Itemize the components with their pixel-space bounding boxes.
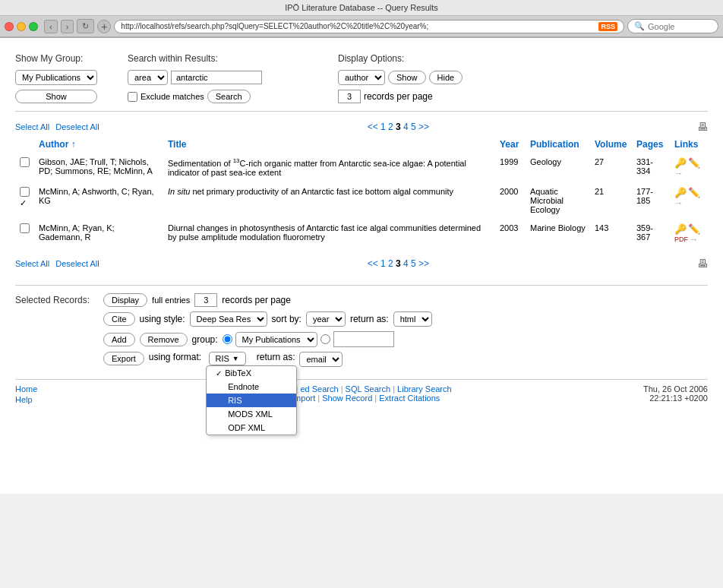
deselect-all-bottom[interactable]: Deselect All — [55, 259, 99, 268]
arrow-icon[interactable]: → — [674, 169, 683, 178]
row2-links: 🔑 ✏️ → — [670, 182, 708, 219]
library-search-link[interactable]: Library Search — [397, 384, 452, 394]
add-tab-button[interactable]: + — [97, 20, 111, 33]
group-text-input[interactable] — [333, 331, 394, 347]
using-format-label: using format: — [149, 352, 201, 362]
back-button[interactable]: ‹ — [44, 20, 58, 33]
row3-year: 2003 — [495, 219, 526, 248]
row2-checkmark: ✓ — [20, 198, 30, 208]
format-option-endnote[interactable]: Endnote — [207, 380, 296, 394]
help-link[interactable]: Help — [15, 395, 37, 404]
add-button[interactable]: Add — [103, 333, 135, 346]
url-bar[interactable]: http://localhost/refs/search.php?sqlQuer… — [114, 20, 624, 33]
row1-checkbox[interactable] — [20, 157, 30, 167]
row2-title: In situ net primary productivity of an A… — [163, 182, 495, 219]
maximize-button[interactable] — [29, 22, 38, 31]
return-as-select2[interactable]: email — [299, 352, 343, 367]
display-row: Selected Records: Display full entries r… — [15, 293, 708, 307]
browser-search-input[interactable] — [648, 22, 693, 31]
display-hide-button[interactable]: Hide — [429, 71, 463, 84]
group-radio-1[interactable] — [223, 334, 232, 344]
edit-icon[interactable]: ✏️ — [688, 187, 700, 198]
display-options-section: Display Options: author Show Hide record… — [338, 53, 463, 103]
select-all-top[interactable]: Select All — [15, 122, 49, 131]
display-show-button[interactable]: Show — [388, 71, 426, 84]
show-record-link[interactable]: Show Record — [322, 394, 372, 403]
ris-label: RIS — [228, 396, 242, 405]
return-as-select[interactable]: html — [393, 311, 432, 327]
arrow-icon[interactable]: → — [674, 198, 683, 207]
selected-records-label: Selected Records: — [15, 295, 99, 305]
edit-icon[interactable]: ✏️ — [688, 157, 700, 169]
col-header-publication[interactable]: Publication — [526, 136, 590, 153]
extract-citations-link[interactable]: Extract Citations — [379, 394, 440, 403]
search-text-input[interactable] — [171, 71, 262, 84]
display-records-input[interactable] — [194, 293, 217, 307]
cite-style-select[interactable]: Deep Sea Res — [190, 311, 267, 327]
display-button[interactable]: Display — [103, 293, 147, 307]
key-icon[interactable]: 🔑 — [674, 157, 687, 169]
refresh-button[interactable]: ↻ — [77, 19, 94, 33]
group-select[interactable]: My Publications — [235, 332, 317, 347]
search-within-label: Search within Results: — [128, 53, 262, 64]
home-link[interactable]: Home — [15, 384, 37, 394]
browser-search-bar[interactable]: 🔍 — [627, 19, 718, 33]
format-select-display[interactable]: RIS ▼ — [209, 352, 246, 365]
format-option-odf-xml[interactable]: ODF XML — [207, 421, 296, 435]
col-header-pages[interactable]: Pages — [632, 136, 670, 153]
show-my-group-button[interactable]: Show — [15, 90, 97, 103]
page-current-bottom: 3 — [396, 258, 401, 269]
key-icon[interactable]: 🔑 — [674, 223, 687, 235]
cite-row: Cite using style: Deep Sea Res sort by: … — [15, 311, 708, 327]
edit-icon[interactable]: ✏️ — [688, 223, 700, 235]
remove-button[interactable]: Remove — [140, 333, 188, 346]
group-radio-2[interactable] — [320, 334, 330, 344]
rss-badge[interactable]: RSS — [598, 22, 617, 31]
sort-by-select[interactable]: year — [306, 311, 346, 327]
minimize-button[interactable] — [17, 22, 26, 31]
arrow-icon[interactable]: → — [690, 235, 698, 244]
format-option-mods-xml[interactable]: MODS XML — [207, 407, 296, 421]
records-per-page-input[interactable] — [338, 90, 361, 103]
pdf-label[interactable]: PDF — [674, 236, 688, 243]
select-all-bottom[interactable]: Select All — [15, 259, 49, 268]
page-next[interactable]: 4 5 >> — [401, 122, 429, 132]
table-row: Gibson, JAE; Trull, T; Nichols, PD; Summ… — [15, 153, 708, 182]
col-header-title[interactable]: Title — [163, 136, 495, 153]
page-prev[interactable]: << 1 2 — [368, 122, 396, 132]
cite-button[interactable]: Cite — [103, 312, 135, 326]
using-style-label: using style: — [140, 314, 185, 324]
col-header-year[interactable]: Year — [495, 136, 526, 153]
print-icon-bottom[interactable]: 🖶 — [697, 258, 708, 270]
row3-links: 🔑 ✏️ PDF → — [670, 219, 708, 248]
print-icon[interactable]: 🖶 — [697, 121, 708, 133]
col-header-volume[interactable]: Volume — [590, 136, 632, 153]
deselect-all-top[interactable]: Deselect All — [55, 122, 99, 131]
col-header-author[interactable]: Author ↑ — [34, 136, 163, 153]
my-group-select-widget: My Publications — [15, 70, 97, 85]
exclude-checkbox[interactable] — [128, 92, 137, 102]
search-area-select[interactable]: area — [128, 70, 168, 85]
odf-xml-label: ODF XML — [228, 423, 265, 432]
forward-button[interactable]: › — [61, 20, 74, 33]
format-dropdown-container: RIS RIS ▼ ✓ BibTeX Endnote — [206, 352, 246, 365]
format-option-ris[interactable]: RIS — [207, 394, 296, 407]
export-button[interactable]: Export — [103, 352, 144, 365]
col-header-links[interactable]: Links — [670, 136, 708, 153]
row3-checkbox[interactable] — [20, 223, 30, 233]
key-icon[interactable]: 🔑 — [674, 187, 687, 198]
search-button[interactable]: Search — [207, 90, 251, 103]
advanced-search-link[interactable]: ed Search — [300, 384, 338, 394]
my-group-select[interactable]: My Publications — [15, 70, 97, 85]
page-next-bottom[interactable]: 4 5 >> — [401, 258, 429, 269]
mods-xml-label: MODS XML — [228, 409, 273, 419]
row2-checkbox[interactable] — [20, 187, 30, 197]
page-current: 3 — [396, 122, 401, 132]
display-options-select[interactable]: author — [338, 70, 385, 85]
bottom-pagination-row: Select All Deselect All << 1 2 3 4 5 >> … — [15, 254, 708, 273]
row1-links: 🔑 ✏️ → — [670, 153, 708, 182]
page-prev-bottom[interactable]: << 1 2 — [368, 258, 396, 269]
close-button[interactable] — [5, 22, 14, 31]
format-option-bibtex[interactable]: ✓ BibTeX — [207, 366, 296, 380]
sql-search-link[interactable]: SQL Search — [346, 384, 391, 394]
